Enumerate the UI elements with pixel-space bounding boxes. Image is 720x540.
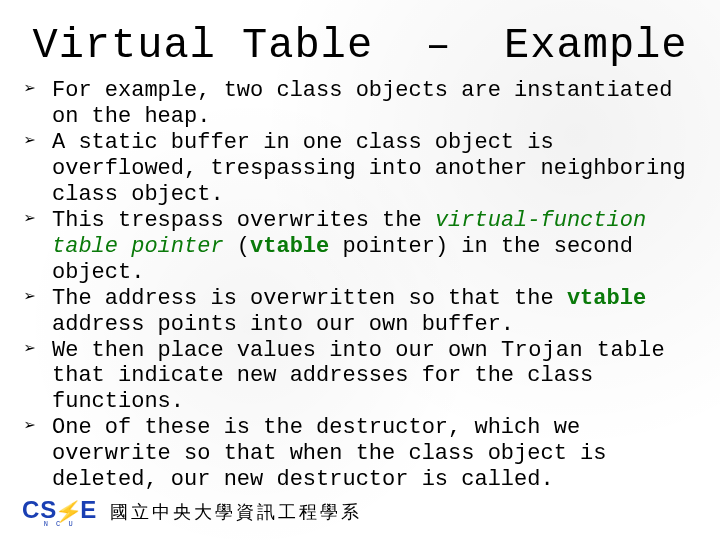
csie-logo: CS ⚡ E N C U — [22, 496, 96, 528]
bullet-text: One of these is the destructor, which we… — [52, 415, 607, 492]
slide: Virtual Table – Example ➢For example, tw… — [0, 0, 720, 540]
bullet-arrow-icon: ➢ — [24, 210, 36, 230]
bullet-text: ( — [224, 234, 250, 259]
bullet-arrow-icon: ➢ — [24, 340, 36, 360]
bullet-text: address points into our own buffer. — [52, 312, 514, 337]
bullet-arrow-icon: ➢ — [24, 288, 36, 308]
bullet-text: that indicate new addresses for the clas… — [52, 363, 593, 414]
bullet-arrow-icon: ➢ — [24, 80, 36, 100]
lightning-icon: ⚡ — [54, 497, 84, 527]
bullet-text: For example, two class objects are insta… — [52, 78, 673, 129]
bullet-item: ➢The address is overwritten so that the … — [24, 286, 696, 338]
bullet-item: ➢This trespass overwrites the virtual-fu… — [24, 208, 696, 286]
emphasis-code: vtable — [250, 234, 329, 259]
bullet-text: We then place values into our own — [52, 338, 501, 363]
footer-institution: 國立中央大學資訊工程學系 — [110, 500, 362, 524]
bullet-text: This trespass overwrites the — [52, 208, 435, 233]
slide-title: Virtual Table – Example — [22, 22, 698, 70]
bullet-text: A static buffer in one class object is o… — [52, 130, 686, 207]
bullet-text: The address is overwritten so that the — [52, 286, 567, 311]
bullet-arrow-icon: ➢ — [24, 132, 36, 152]
bullet-item: ➢For example, two class objects are inst… — [24, 78, 696, 130]
bullet-item: ➢A static buffer in one class object is … — [24, 130, 696, 208]
bullet-arrow-icon: ➢ — [24, 417, 36, 437]
slide-footer: CS ⚡ E N C U 國立中央大學資訊工程學系 — [22, 496, 362, 528]
emphasis-term: Trojan table — [501, 338, 665, 363]
bullet-item: ➢We then place values into our own Troja… — [24, 338, 696, 416]
bullet-item: ➢One of these is the destructor, which w… — [24, 415, 696, 493]
bullet-list: ➢For example, two class objects are inst… — [22, 78, 698, 493]
emphasis-code: vtable — [567, 286, 646, 311]
